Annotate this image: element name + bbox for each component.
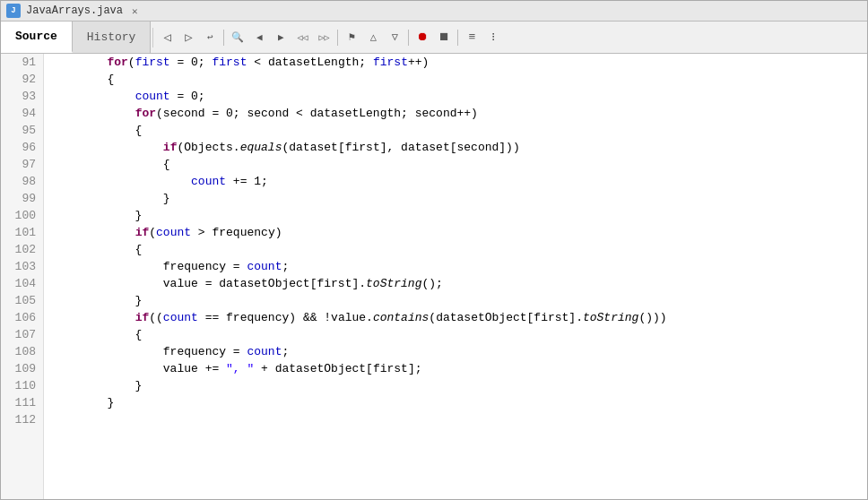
tab-bar: Source History	[1, 22, 151, 53]
line-num-99: 99	[8, 190, 36, 207]
next-match-button[interactable]: ▶	[271, 28, 291, 47]
next-bookmark-button[interactable]: ▽	[385, 28, 404, 47]
code-line-96: if(Objects.equals(dataset[first], datase…	[51, 139, 867, 156]
code-line-91: for(first = 0; first < datasetLength; fi…	[51, 54, 867, 71]
code-line-102: {	[51, 241, 867, 258]
code-line-110: }	[51, 377, 867, 394]
sep-3	[408, 30, 409, 46]
line-num-98: 98	[8, 173, 36, 190]
file-icon: J	[6, 4, 21, 18]
code-line-99: }	[51, 190, 867, 207]
line-num-97: 97	[8, 156, 36, 173]
line-num-108: 108	[8, 343, 36, 360]
line-num-101: 101	[8, 224, 36, 241]
editor: 91 92 93 94 95 96 97 98 99 100 101 102 1…	[1, 54, 867, 499]
line-num-91: 91	[8, 54, 36, 71]
lines-button[interactable]: ≡	[462, 28, 482, 47]
line-num-100: 100	[8, 207, 36, 224]
code-line-103: frequency = count;	[51, 258, 867, 275]
code-line-107: {	[51, 326, 867, 343]
toolbar-buttons: ◁ ▷ ↩ 🔍 ◀ ▶ ◁◁ ▷▷ ⚑ △ ▽ ⏺ ⏹ ≡ ⫶	[152, 28, 507, 47]
line-numbers: 91 92 93 94 95 96 97 98 99 100 101 102 1…	[1, 54, 44, 499]
code-line-100: }	[51, 207, 867, 224]
next-next-button[interactable]: ▷▷	[314, 28, 334, 47]
line-num-96: 96	[8, 139, 36, 156]
line-num-104: 104	[8, 275, 36, 292]
stop-button[interactable]: ⏹	[434, 28, 454, 47]
line-num-106: 106	[8, 309, 36, 326]
line-num-109: 109	[8, 360, 36, 377]
forward-button[interactable]: ▷	[178, 28, 198, 47]
code-line-94: for(second = 0; second < datasetLength; …	[51, 105, 867, 122]
sep-4	[457, 30, 458, 46]
line-num-107: 107	[8, 326, 36, 343]
last-edit-button[interactable]: ↩	[200, 28, 220, 47]
code-line-105: }	[51, 292, 867, 309]
prev-prev-button[interactable]: ◁◁	[292, 28, 312, 47]
search-button[interactable]: 🔍	[228, 28, 247, 47]
sep-2	[337, 30, 338, 46]
prev-bookmark-button[interactable]: △	[363, 28, 383, 47]
line-num-93: 93	[8, 88, 36, 105]
line-num-102: 102	[8, 241, 36, 258]
code-line-112	[51, 411, 867, 428]
line-num-112: 112	[8, 411, 36, 428]
code-line-95: {	[51, 122, 867, 139]
code-line-104: value = datasetObject[first].toString();	[51, 275, 867, 292]
code-area[interactable]: for(first = 0; first < datasetLength; fi…	[44, 54, 867, 499]
record-button[interactable]: ⏺	[412, 28, 432, 47]
line-num-103: 103	[8, 258, 36, 275]
back-button[interactable]: ◁	[157, 28, 177, 47]
code-line-108: frequency = count;	[51, 343, 867, 360]
line-num-111: 111	[8, 394, 36, 411]
code-line-111: }	[51, 394, 867, 411]
line-num-95: 95	[8, 122, 36, 139]
line-num-110: 110	[8, 377, 36, 394]
title-bar: J JavaArrays.java ✕	[1, 1, 867, 22]
toolbar: Source History ◁ ▷ ↩ 🔍 ◀ ▶ ◁◁ ▷▷ ⚑ △ ▽ ⏺…	[1, 22, 867, 54]
code-line-109: value += ", " + datasetObject[first];	[51, 360, 867, 377]
add-bookmark-button[interactable]: ⚑	[342, 28, 361, 47]
code-line-98: count += 1;	[51, 173, 867, 190]
main-window: J JavaArrays.java ✕ Source History ◁ ▷ ↩…	[0, 0, 868, 500]
code-line-97: {	[51, 156, 867, 173]
line-num-105: 105	[8, 292, 36, 309]
tab-history[interactable]: History	[73, 22, 152, 53]
sep-1	[223, 30, 224, 46]
file-title: JavaArrays.java	[26, 4, 123, 17]
cols-button[interactable]: ⫶	[483, 28, 503, 47]
line-num-92: 92	[8, 71, 36, 88]
prev-match-button[interactable]: ◀	[249, 28, 269, 47]
close-tab-button[interactable]: ✕	[132, 5, 138, 17]
line-num-94: 94	[8, 105, 36, 122]
code-line-106: if((count == frequency) && !value.contai…	[51, 309, 867, 326]
tab-source[interactable]: Source	[1, 22, 73, 53]
code-line-101: if(count > frequency)	[51, 224, 867, 241]
code-line-93: count = 0;	[51, 88, 867, 105]
code-line-92: {	[51, 71, 867, 88]
